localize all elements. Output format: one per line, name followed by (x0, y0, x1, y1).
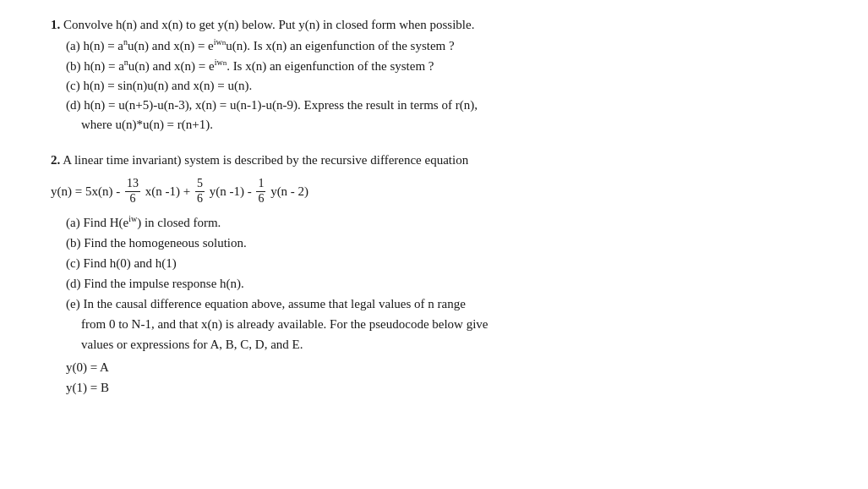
problem-1-number: 1. (51, 18, 60, 31)
eq-mid2: y(n -1) - (206, 184, 254, 199)
final-line-2-text: y(1) = B (66, 381, 109, 394)
problem-2-number: 2. (51, 153, 60, 167)
problem-1-part-a: (a) h(n) = anu(n) and x(n) = eiwnu(n). I… (51, 36, 817, 56)
final-line-2: y(1) = B (51, 378, 817, 398)
problem-1-part-c: (c) h(n) = sin(n)u(n) and x(n) = u(n). (51, 76, 817, 96)
final-line-1: y(0) = A (51, 358, 817, 377)
part-a-mid2: u(n). Is x(n) an eigenfunction of the sy… (226, 39, 454, 52)
problem-1-parts: (a) h(n) = anu(n) and x(n) = eiwnu(n). I… (51, 36, 817, 135)
part-d-where: where u(n)*u(n) = r(n+1). (81, 118, 213, 131)
final-line-1-text: y(0) = A (66, 360, 109, 374)
eq-frac3: 1 6 (256, 177, 265, 206)
problem-2-part-d: (d) Find the impulse response h(n). (51, 273, 817, 294)
problem-1-part-d: (d) h(n) = u(n+5)-u(n-3), x(n) = u(n-1)-… (51, 96, 817, 115)
part-d-text: (d) h(n) = u(n+5)-u(n-3), x(n) = u(n-1)-… (66, 98, 478, 112)
eq-rhs: y(n - 2) (267, 184, 308, 199)
part-a-mid1: u(n) and x(n) = e (128, 39, 214, 52)
eq-frac3-den: 6 (256, 192, 265, 206)
eq-frac2-den: 6 (195, 192, 205, 206)
p2-part-d-text: (d) Find the impulse response h(n). (66, 277, 244, 290)
problem-2-block: 2. A linear time invariant) system is de… (51, 151, 817, 398)
part-b-sup2: iwn (215, 58, 227, 67)
p2-part-e-line2: from 0 to N-1, and that x(n) is already … (81, 317, 489, 331)
problem-2-part-b: (b) Find the homogeneous solution. (51, 233, 817, 253)
problem-1-intro-text: Convolve h(n) and x(n) to get y(n) below… (63, 18, 474, 31)
eq-frac2: 5 6 (195, 177, 205, 206)
eq-frac1-den: 6 (128, 192, 137, 206)
part-a-sup2: iwn (214, 37, 227, 47)
p2-part-a-text: (a) Find H(e (66, 216, 128, 229)
p2-part-a-sup: iw (128, 214, 137, 223)
p2-part-c-text: (c) Find h(0) and h(1) (66, 256, 177, 270)
part-c-text: (c) h(n) = sin(n)u(n) and x(n) = u(n). (66, 79, 252, 92)
eq-lhs: y(n) = 5x(n) - (51, 184, 123, 199)
page-container: 1. Convolve h(n) and x(n) to get y(n) be… (0, 0, 868, 489)
eq-frac1-num: 13 (125, 177, 140, 192)
problem-1-block: 1. Convolve h(n) and x(n) to get y(n) be… (51, 15, 817, 135)
p2-part-e-label: (e) In the causal difference equation ab… (66, 297, 466, 310)
problem-2-part-a: (a) Find H(eiw) in closed form. (51, 212, 817, 233)
problem-2-part-e-line3: values or expressions for A, B, C, D, an… (51, 334, 817, 354)
part-b-mid: u(n) and x(n) = e (128, 59, 215, 73)
problem-1-part-b: (b) h(n) = anu(n) and x(n) = eiwn. Is x(… (51, 57, 817, 76)
problem-2-intro: 2. A linear time invariant) system is de… (51, 151, 817, 170)
p2-part-b-text: (b) Find the homogeneous solution. (66, 236, 247, 250)
final-lines: y(0) = A y(1) = B (51, 358, 817, 398)
problem-2-part-e: (e) In the causal difference equation ab… (51, 294, 817, 314)
problem-2-part-c: (c) Find h(0) and h(1) (51, 253, 817, 273)
problem-2-intro-text: A linear time invariant) system is descr… (63, 153, 468, 167)
eq-mid1: x(n -1) + (142, 184, 194, 199)
p2-part-e-line3: values or expressions for A, B, C, D, an… (81, 338, 303, 351)
problem-2-parts: (a) Find H(eiw) in closed form. (b) Find… (51, 212, 817, 354)
problem-2-equation: y(n) = 5x(n) - 13 6 x(n -1) + 5 6 y(n -1… (51, 177, 817, 206)
problem-1-intro: 1. Convolve h(n) and x(n) to get y(n) be… (51, 15, 817, 35)
problem-2-part-e-line2: from 0 to N-1, and that x(n) is already … (51, 314, 817, 334)
eq-frac2-num: 5 (195, 177, 205, 192)
p2-part-a-close: ) in closed form. (137, 216, 221, 229)
part-b-end: . Is x(n) an eigenfunction of the system… (227, 59, 434, 73)
eq-frac1: 13 6 (125, 177, 140, 206)
eq-frac3-num: 1 (256, 177, 265, 192)
part-b-label: (b) h(n) = a (66, 59, 124, 73)
part-a-label: (a) h(n) = a (66, 39, 123, 52)
problem-1-part-d-cont: where u(n)*u(n) = r(n+1). (51, 115, 817, 135)
